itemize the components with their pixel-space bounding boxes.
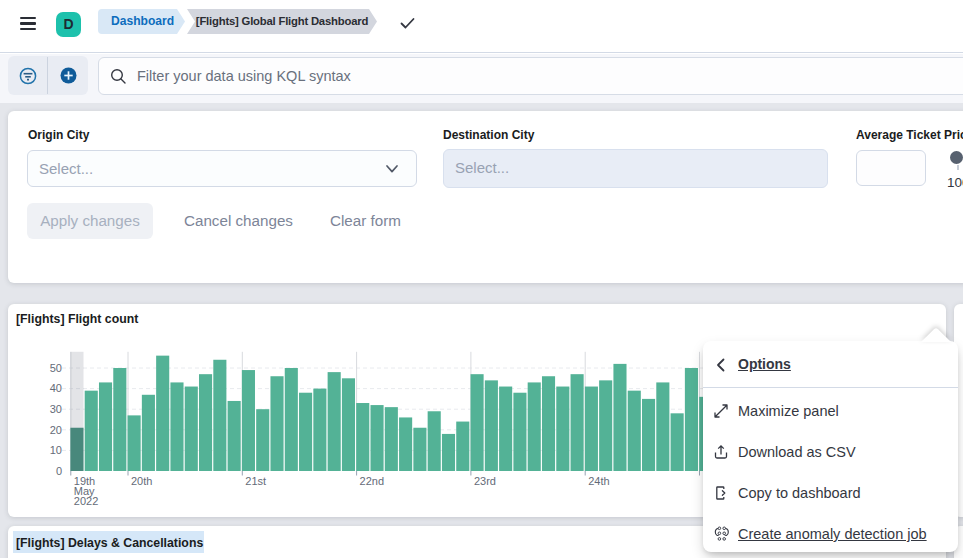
- svg-text:20th: 20th: [131, 475, 152, 487]
- svg-text:40: 40: [50, 382, 62, 394]
- svg-text:50: 50: [50, 362, 62, 374]
- svg-text:2022: 2022: [74, 495, 98, 507]
- svg-text:21st: 21st: [245, 475, 266, 487]
- svg-text:30: 30: [50, 403, 62, 415]
- svg-text:24th: 24th: [588, 475, 609, 487]
- svg-text:22nd: 22nd: [360, 475, 384, 487]
- svg-text:23rd: 23rd: [474, 475, 496, 487]
- svg-text:0: 0: [56, 465, 62, 477]
- svg-text:10: 10: [50, 444, 62, 456]
- svg-text:20: 20: [50, 424, 62, 436]
